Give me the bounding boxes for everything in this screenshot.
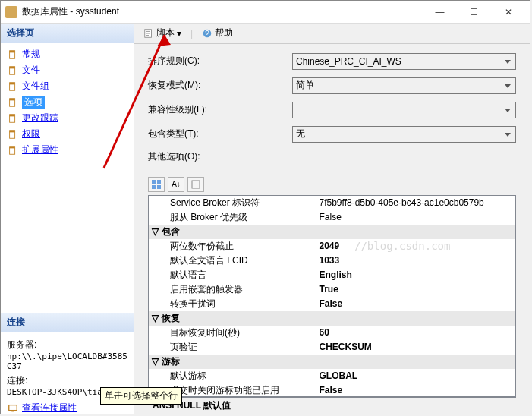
select-page-header: 选择页	[1, 24, 134, 43]
prop-key: 转换干扰词	[149, 297, 316, 311]
recovery-label: 恢复模式(M):	[148, 79, 292, 92]
svg-rect-7	[10, 98, 15, 100]
sidebar-item-label: 更改跟踪	[22, 112, 58, 124]
script-label: 脚本	[156, 27, 175, 39]
prop-key: 默认全文语言 LCID	[149, 254, 316, 268]
prop-value: CHECKSUM	[316, 340, 515, 355]
sidebar-item-label: 扩展属性	[22, 143, 58, 156]
help-icon: ?	[202, 28, 212, 39]
server-label: 服务器:	[7, 339, 127, 351]
prop-value: False	[316, 297, 515, 311]
grid-row[interactable]: 页验证CHECKSUM	[149, 340, 515, 355]
prop-value: False	[316, 383, 515, 397]
dropdown-arrow-icon: ▾	[177, 28, 181, 39]
grid-extra-button[interactable]	[187, 177, 204, 192]
sidebar-item-4[interactable]: 更改跟踪	[1, 110, 134, 126]
script-button[interactable]: 脚本 ▾	[140, 25, 184, 41]
svg-rect-11	[10, 130, 15, 132]
sidebar-item-label: 权限	[22, 128, 40, 140]
page-icon	[7, 144, 19, 156]
grid-row[interactable]: ▽ 包含	[149, 225, 515, 239]
grid-description: ANSI NULL 默认值	[148, 397, 516, 414]
sidebar-item-2[interactable]: 文件组	[1, 78, 134, 94]
grid-row[interactable]: 目标恢复时间(秒)60	[149, 326, 515, 340]
grid-row[interactable]: 转换干扰词False	[149, 297, 515, 311]
svg-rect-3	[10, 66, 15, 68]
grid-row[interactable]: ▽ 游标	[149, 355, 515, 369]
svg-rect-14	[9, 405, 17, 410]
sidebar-item-label: 常规	[22, 48, 40, 61]
page-icon	[7, 80, 19, 93]
collation-combo[interactable]: Chinese_PRC_CI_AI_WS	[292, 53, 516, 70]
grid-row[interactable]: 提交时关闭游标功能已启用False	[149, 383, 515, 397]
conn-label: 连接:	[7, 374, 127, 387]
categorized-button[interactable]	[148, 177, 165, 192]
sidebar-item-6[interactable]: 扩展属性	[1, 142, 134, 158]
titlebar: 数据库属性 - sysstudent — ☐ ✕	[1, 1, 530, 24]
grid-row[interactable]: 默认游标GLOBAL	[149, 369, 515, 383]
minimize-button[interactable]: —	[423, 1, 457, 23]
prop-key: 页验证	[149, 340, 316, 355]
svg-rect-20	[157, 180, 161, 184]
prop-value: 60	[316, 326, 515, 340]
connection-icon	[7, 402, 19, 414]
sidebar-item-label: 选项	[22, 96, 45, 109]
page-icon	[7, 49, 19, 61]
prop-value: 2049	[316, 239, 515, 254]
prop-key: 服从 Broker 优先级	[149, 210, 316, 225]
contain-combo[interactable]: 无	[292, 126, 516, 143]
contain-label: 包含类型(T):	[148, 128, 292, 140]
sidebar-item-label: 文件组	[22, 80, 49, 93]
server-value: np:\\.\pipe\LOCALDB#3585C37	[7, 351, 127, 371]
grid-row[interactable]: 默认全文语言 LCID1033	[149, 254, 515, 268]
grid-row[interactable]: 服从 Broker 优先级False	[149, 210, 515, 225]
other-label: 其他选项(O):	[148, 150, 292, 163]
maximize-button[interactable]: ☐	[457, 1, 491, 23]
collation-label: 排序规则(C):	[148, 55, 292, 68]
help-label: 帮助	[215, 27, 233, 39]
alphabetical-button[interactable]: A↓	[168, 177, 184, 192]
svg-rect-23	[192, 181, 200, 188]
grid-row[interactable]: 两位数年份截止2049	[149, 239, 515, 254]
svg-rect-22	[157, 185, 161, 189]
grid-row[interactable]: 启用嵌套的触发器True	[149, 282, 515, 297]
sidebar-item-label: 文件	[22, 64, 40, 77]
window-title: 数据库属性 - sysstudent	[22, 5, 423, 18]
prop-value: False	[316, 210, 515, 225]
prop-value: 1033	[316, 254, 515, 268]
prop-value: English	[316, 268, 515, 282]
sidebar-item-3[interactable]: 选项	[1, 94, 134, 110]
view-connection-link[interactable]: 查看连接属性	[7, 402, 77, 414]
connection-header: 连接	[1, 313, 134, 332]
svg-rect-15	[11, 410, 14, 411]
grid-row[interactable]: ▽ 恢复	[149, 311, 515, 326]
page-icon	[7, 65, 19, 77]
svg-rect-19	[152, 180, 156, 184]
sidebar-item-5[interactable]: 权限	[1, 126, 134, 142]
svg-rect-1	[10, 50, 15, 52]
grid-row[interactable]: Service Broker 标识符7f5b9ff8-d5b0-405e-bc4…	[149, 196, 515, 210]
svg-rect-9	[10, 114, 15, 116]
nav-list: 常规文件文件组选项更改跟踪权限扩展属性	[1, 43, 134, 161]
page-icon	[7, 128, 19, 140]
grid-row[interactable]: 默认语言English	[149, 268, 515, 282]
page-icon	[7, 96, 19, 109]
svg-rect-5	[10, 82, 15, 84]
sidebar-item-0[interactable]: 常规	[1, 46, 134, 62]
prop-key: Service Broker 标识符	[149, 196, 316, 210]
prop-key: 默认语言	[149, 268, 316, 282]
recovery-combo[interactable]: 简单	[292, 77, 516, 94]
close-button[interactable]: ✕	[491, 1, 525, 23]
prop-key: 默认游标	[149, 369, 316, 383]
svg-text:?: ?	[205, 28, 209, 37]
help-button[interactable]: ? 帮助	[199, 25, 236, 41]
sidebar-item-1[interactable]: 文件	[1, 62, 134, 78]
view-connection-label: 查看连接属性	[22, 402, 77, 414]
prop-key: 两位数年份截止	[149, 239, 316, 254]
compat-combo[interactable]	[292, 102, 516, 118]
page-icon	[7, 112, 19, 124]
svg-rect-21	[152, 185, 156, 189]
property-grid[interactable]: Service Broker 标识符7f5b9ff8-d5b0-405e-bc4…	[148, 195, 516, 397]
prop-value: True	[316, 282, 515, 297]
compat-label: 兼容性级别(L):	[148, 103, 292, 116]
